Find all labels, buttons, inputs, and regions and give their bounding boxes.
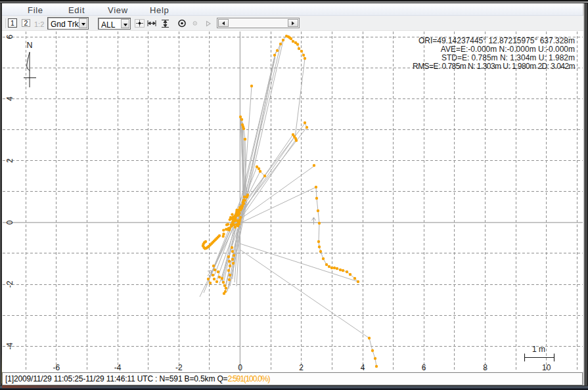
- svg-text:10: 10: [542, 363, 551, 372]
- svg-text:0: 0: [238, 363, 242, 372]
- svg-text:STD=E: 0.785m N: 1.304m U: 1.9: STD=E: 0.785m N: 1.304m U: 1.982m: [441, 53, 575, 62]
- svg-text:2: 2: [299, 363, 304, 372]
- svg-text:-4: -4: [5, 343, 14, 350]
- svg-text:8: 8: [483, 363, 487, 372]
- svg-text:-6: -6: [53, 363, 60, 372]
- svg-text:4: 4: [5, 97, 14, 101]
- svg-text:1 m: 1 m: [532, 345, 545, 354]
- svg-text:N: N: [26, 41, 32, 50]
- svg-text:-2: -2: [5, 280, 14, 288]
- svg-text:AVE=E:-0.000m N:-0.000m U:-0.0: AVE=E:-0.000m N:-0.000m U:-0.000m: [441, 45, 575, 54]
- svg-text:6: 6: [422, 363, 426, 372]
- svg-text:2: 2: [5, 158, 14, 163]
- svg-text:6: 6: [5, 35, 14, 39]
- svg-text:4: 4: [361, 363, 365, 372]
- svg-text:-2: -2: [175, 363, 183, 372]
- svg-text:-4: -4: [114, 363, 122, 372]
- svg-text:0: 0: [5, 220, 14, 225]
- svg-text:ORI=49.14237445° 12.87215975°: ORI=49.14237445° 12.87215975° 637.328m: [418, 36, 575, 45]
- svg-text:RMS=E: 0.785m N: 1.303m U: 1.9: RMS=E: 0.785m N: 1.303m U: 1.980m 2D: 3.…: [413, 62, 575, 71]
